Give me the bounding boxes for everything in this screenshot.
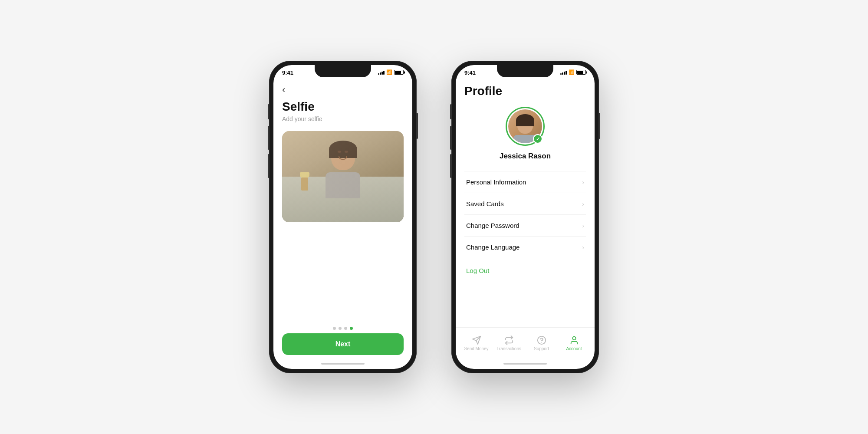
change-password-label: Change Password [466,222,519,229]
transactions-label: Transactions [496,346,521,351]
account-icon [569,335,579,345]
menu-item-logout[interactable]: Log Out [464,260,586,281]
battery-icon [394,70,404,75]
home-bar-2 [503,363,547,365]
transactions-icon [504,335,514,345]
battery-icon-2 [576,70,586,75]
selfie-title: Selfie [282,100,404,114]
notch-2 [497,65,553,77]
back-button[interactable]: ‹ [282,84,295,95]
home-indicator-2 [456,358,595,369]
profile-title: Profile [464,84,586,98]
chevron-icon-3: › [582,222,584,229]
wifi-icon-2: 📶 [569,69,575,75]
menu-item-saved-cards[interactable]: Saved Cards › [464,193,586,215]
next-button[interactable]: Next [282,333,404,355]
home-indicator [273,358,412,369]
nav-item-send-money[interactable]: Send Money [460,335,493,351]
change-language-label: Change Language [466,243,519,251]
status-icons: 📶 [378,69,404,75]
phone-profile: 9:41 📶 Profile [451,61,599,373]
photo-overlay [282,131,404,222]
chevron-icon-2: › [582,201,584,207]
avatar-ring: ✓ [506,107,545,146]
dot-2 [339,327,342,330]
user-name: Jessica Rason [464,152,586,161]
signal-icon-2 [560,70,567,75]
notch [315,65,371,77]
send-money-icon [472,335,481,345]
status-icons-2: 📶 [560,69,586,75]
menu-item-personal-info[interactable]: Personal Information › [464,171,586,193]
avatar-face [517,116,533,134]
wifi-icon: 📶 [386,69,392,75]
personal-info-label: Personal Information [466,178,526,186]
avatar-edit-badge[interactable]: ✓ [533,134,542,144]
menu-item-change-password[interactable]: Change Password › [464,215,586,237]
profile-screen: Profile ✓ Jessica Rason [456,84,595,358]
home-bar [321,363,365,365]
support-label: Support [534,346,549,351]
dot-3 [344,327,347,330]
avatar-container: ✓ [464,107,586,146]
spacer [282,222,404,322]
page-dots [282,322,404,333]
support-icon [537,335,546,345]
nav-item-account[interactable]: Account [558,335,590,351]
selfie-subtitle: Add your selfie [282,115,404,122]
send-money-label: Send Money [464,346,488,351]
menu-item-change-language[interactable]: Change Language › [464,237,586,258]
bottom-nav: Send Money Transactions [456,327,595,358]
selfie-screen: ‹ Selfie Add your selfie [273,84,412,358]
selfie-photo [282,131,404,222]
dot-4-active [350,327,353,330]
account-label: Account [566,346,582,351]
dot-1 [333,327,336,330]
chevron-icon-1: › [582,179,584,186]
phone-selfie: 9:41 📶 ‹ Selfie Add your selfie [269,61,417,373]
status-time: 9:41 [282,69,293,76]
signal-icon [378,70,385,75]
svg-point-4 [572,336,575,339]
avatar-hair [516,114,534,126]
selfie-photo-container[interactable] [282,131,404,222]
menu-list: Personal Information › Saved Cards › Cha… [464,171,586,281]
saved-cards-label: Saved Cards [466,200,504,207]
status-time-2: 9:41 [464,69,476,76]
nav-item-support[interactable]: Support [525,335,558,351]
profile-body: Profile ✓ Jessica Rason [456,84,595,327]
chevron-icon-4: › [582,244,584,251]
nav-item-transactions[interactable]: Transactions [493,335,525,351]
logout-label: Log Out [466,267,489,274]
